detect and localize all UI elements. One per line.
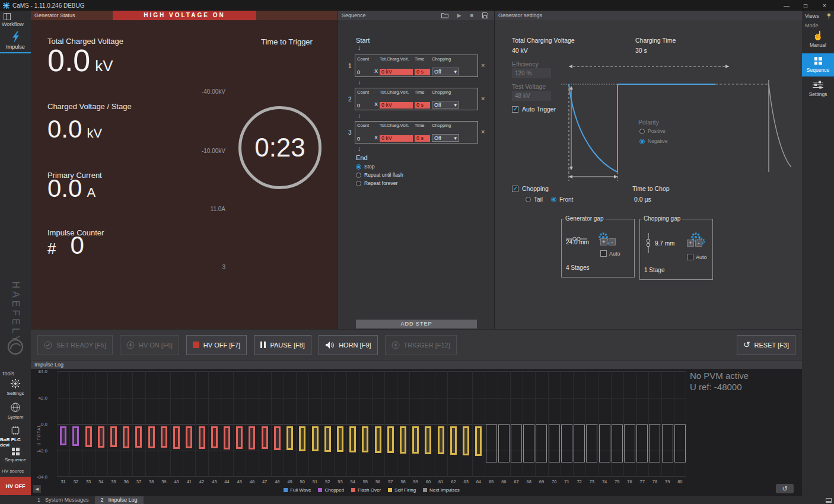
impulse-bar-78[interactable]	[649, 425, 660, 462]
step-voltage-field[interactable]: 0 kV	[380, 135, 413, 142]
step-chopping-select[interactable]: Off▾	[432, 68, 459, 75]
step-remove-button[interactable]: ×	[481, 128, 485, 135]
impulse-bar-64[interactable]	[475, 426, 482, 456]
sidebar-item-system[interactable]: System	[0, 402, 31, 420]
mode-settings-button[interactable]: Settings	[802, 81, 834, 97]
set-ready-button[interactable]: SET READY [F5]	[37, 335, 113, 355]
mode-manual-button[interactable]: ☝ Manual	[802, 31, 834, 48]
stop-icon[interactable]: ■	[470, 11, 473, 20]
impulse-bar-42[interactable]	[199, 426, 205, 449]
pause-button[interactable]: PAUSE [F8]	[254, 335, 311, 355]
impulse-bar-41[interactable]	[186, 426, 192, 448]
impulse-bar-36[interactable]	[123, 426, 129, 448]
impulse-chart-plot[interactable]	[57, 371, 686, 477]
chop-tail-radio[interactable]: Tail	[526, 196, 543, 203]
horn-button[interactable]: HORN [F9]	[319, 335, 377, 355]
impulse-bar-65[interactable]	[486, 425, 497, 462]
step-chopping-select[interactable]: Off▾	[432, 101, 459, 109]
sidebar-item-settings[interactable]: Settings	[0, 378, 31, 396]
impulse-bar-40[interactable]	[173, 426, 180, 449]
impulse-bar-48[interactable]	[274, 426, 281, 450]
workflow-panel-icon[interactable]	[4, 13, 11, 20]
trigger-button[interactable]: TRIGGER [F12]	[385, 335, 457, 355]
polarity-positive-radio[interactable]: Positive	[639, 128, 666, 134]
impulse-bar-45[interactable]	[236, 426, 243, 449]
polarity-negative-radio[interactable]: Negative	[639, 138, 668, 144]
chart-scroll-left-button[interactable]: ◀	[33, 485, 41, 493]
chopping-gap-value[interactable]: 9.7 mm	[655, 240, 674, 247]
impulse-bar-57[interactable]	[387, 426, 394, 453]
impulse-bar-73[interactable]	[586, 425, 597, 462]
chopping-gap-auto-checkbox[interactable]: Auto	[687, 254, 707, 260]
panel-toggle-icon[interactable]	[826, 498, 832, 503]
impulse-bar-44[interactable]	[224, 426, 230, 449]
impulse-bar-50[interactable]	[299, 426, 305, 451]
step-remove-button[interactable]: ×	[481, 95, 485, 102]
impulse-bar-77[interactable]	[636, 425, 648, 462]
sidebar-item-impulse[interactable]: Impulse	[0, 28, 31, 53]
end-option-repeat-forever[interactable]: Repeat forever	[356, 180, 397, 186]
impulse-bar-32[interactable]	[72, 426, 79, 446]
hv-off-button[interactable]: HV OFF [F7]	[186, 335, 247, 355]
impulse-bar-72[interactable]	[574, 425, 585, 462]
step-count-value[interactable]: 0	[357, 69, 373, 75]
impulse-bar-31[interactable]	[60, 426, 66, 445]
sidebar-item-sequence[interactable]: Sequence	[0, 448, 31, 462]
impulse-bar-62[interactable]	[450, 426, 457, 455]
hv-off-source-button[interactable]: HV OFF	[0, 477, 31, 495]
step-voltage-field[interactable]: 0 kV	[380, 69, 413, 75]
generator-gap-minus-button[interactable]: -	[609, 238, 616, 245]
impulse-bar-69[interactable]	[536, 425, 547, 462]
step-remove-button[interactable]: ×	[481, 62, 485, 69]
impulse-bar-38[interactable]	[148, 426, 155, 448]
chopping-gap-plus-button[interactable]: +	[687, 240, 694, 247]
chopping-checkbox[interactable]: Chopping	[512, 185, 549, 192]
impulse-bar-66[interactable]	[498, 425, 510, 462]
mode-sequence-button[interactable]: Sequence	[802, 53, 834, 76]
impulse-bar-70[interactable]	[549, 425, 560, 462]
generator-gap-value[interactable]: 24.0 mm	[566, 239, 589, 245]
chop-front-radio[interactable]: Front	[551, 196, 573, 203]
impulse-bar-52[interactable]	[324, 426, 331, 451]
step-time-field[interactable]: 0 s	[415, 135, 430, 142]
pin-icon[interactable]	[826, 13, 832, 20]
impulse-bar-71[interactable]	[561, 425, 572, 462]
impulse-bar-68[interactable]	[523, 425, 534, 462]
time-to-chop-value[interactable]: 0.0 µs	[634, 196, 651, 203]
impulse-bar-61[interactable]	[438, 426, 444, 454]
tab-impulse-log[interactable]: 2Impulse Log	[95, 496, 144, 504]
impulse-bar-67[interactable]	[511, 425, 522, 462]
impulse-bar-75[interactable]	[612, 425, 623, 462]
step-voltage-field[interactable]: 0 kV	[380, 102, 413, 109]
add-step-button[interactable]: ADD STEP	[356, 320, 477, 328]
chopping-gap-minus-button[interactable]: -	[695, 240, 702, 247]
impulse-bar-79[interactable]	[662, 425, 673, 462]
tab-system-messages[interactable]: 1System Messages	[31, 496, 95, 504]
impulse-bar-46[interactable]	[249, 426, 255, 449]
generator-gap-auto-checkbox[interactable]: Auto	[600, 250, 620, 257]
minimize-button[interactable]: —	[777, 0, 796, 11]
impulse-bar-49[interactable]	[287, 426, 293, 450]
step-count-value[interactable]: 0	[357, 103, 373, 109]
impulse-bar-43[interactable]	[211, 426, 218, 448]
maximize-button[interactable]: □	[796, 0, 815, 11]
impulse-bar-33[interactable]	[85, 426, 92, 447]
impulse-bar-74[interactable]	[599, 425, 610, 462]
impulse-bar-47[interactable]	[262, 426, 268, 449]
open-folder-icon[interactable]	[441, 12, 448, 18]
impulse-bar-53[interactable]	[337, 426, 343, 451]
close-button[interactable]: ×	[815, 0, 834, 11]
step-chopping-select[interactable]: Off▾	[432, 134, 459, 142]
step-time-field[interactable]: 0 s	[415, 69, 430, 75]
step-time-field[interactable]: 0 s	[415, 102, 430, 109]
impulse-bar-59[interactable]	[412, 426, 419, 454]
impulse-bar-63[interactable]	[463, 426, 469, 455]
impulse-bar-56[interactable]	[375, 426, 381, 453]
impulse-bar-80[interactable]	[674, 425, 686, 462]
impulse-bar-51[interactable]	[312, 426, 319, 451]
impulse-bar-60[interactable]	[425, 426, 431, 454]
impulse-bar-54[interactable]	[349, 426, 356, 452]
sidebar-item-bnr-plc[interactable]: BnR PLC devi	[0, 426, 31, 448]
impulse-bar-34[interactable]	[98, 426, 104, 448]
step-count-value[interactable]: 0	[357, 136, 373, 142]
